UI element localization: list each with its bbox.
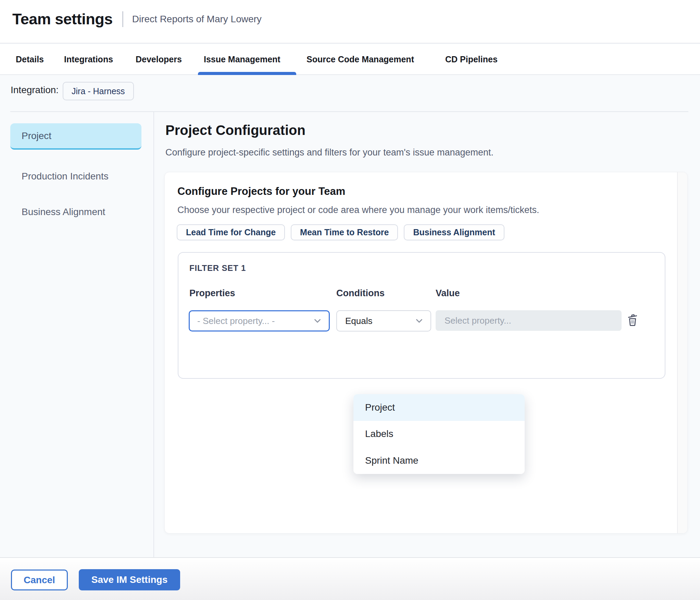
- tab-details[interactable]: Details: [16, 44, 44, 74]
- title-separator: [122, 11, 123, 27]
- chip-business-alignment[interactable]: Business Alignment: [404, 224, 504, 240]
- integration-chip[interactable]: Jira - Harness: [63, 82, 134, 100]
- chip-lead-time-for-change[interactable]: Lead Time for Change: [177, 224, 285, 240]
- tab-source-code-management[interactable]: Source Code Management: [307, 44, 414, 74]
- integration-label: Integration:: [11, 85, 59, 96]
- content-area: Project Production Incidents Business Al…: [0, 112, 700, 557]
- filter-set-card: FILTER SET 1 Properties Conditions Value…: [178, 252, 665, 379]
- sidebar-item-production-incidents[interactable]: Production Incidents: [22, 171, 109, 182]
- chip-mean-time-to-restore[interactable]: Mean Time to Restore: [291, 224, 398, 240]
- section-subtitle: Configure project-specific settings and …: [165, 147, 493, 158]
- filter-set-title: FILTER SET 1: [189, 263, 246, 273]
- value-column-label: Value: [436, 288, 460, 299]
- cancel-button[interactable]: Cancel: [11, 570, 68, 590]
- card-title: Configure Projects for your Team: [177, 185, 345, 198]
- dropdown-option-sprint-name[interactable]: Sprint Name: [353, 447, 525, 474]
- configure-projects-card: Configure Projects for your Team Choose …: [164, 172, 688, 534]
- chevron-down-icon: [414, 316, 424, 326]
- card-scrollbar-track[interactable]: [677, 172, 687, 533]
- property-dropdown: Project Labels Sprint Name: [353, 394, 525, 474]
- page-subtitle: Direct Reports of Mary Lowery: [132, 14, 262, 25]
- sidebar-item-project[interactable]: Project: [10, 123, 141, 150]
- tab-issue-management[interactable]: Issue Management: [204, 44, 280, 74]
- tab-developers[interactable]: Developers: [136, 44, 182, 74]
- condition-select[interactable]: Equals: [336, 310, 431, 332]
- tab-cd-pipelines[interactable]: CD Pipelines: [445, 44, 498, 74]
- page-header: Team settings Direct Reports of Mary Low…: [0, 0, 700, 43]
- value-input[interactable]: [436, 310, 622, 331]
- sidebar-divider: [153, 112, 154, 557]
- dropdown-option-project[interactable]: Project: [353, 394, 525, 421]
- save-im-settings-button[interactable]: Save IM Settings: [79, 569, 180, 590]
- integration-row: Integration: Jira - Harness: [0, 76, 700, 112]
- card-subtitle: Choose your respective project or code a…: [177, 205, 539, 215]
- footer-bar: Cancel Save IM Settings: [0, 557, 700, 600]
- metric-chip-row: Lead Time for Change Mean Time to Restor…: [177, 224, 504, 240]
- trash-icon: [625, 313, 640, 329]
- condition-select-value: Equals: [345, 316, 373, 326]
- property-select[interactable]: - Select property... -: [189, 310, 330, 332]
- tab-integrations[interactable]: Integrations: [64, 44, 113, 74]
- chevron-down-icon: [312, 316, 323, 326]
- dropdown-option-labels[interactable]: Labels: [353, 421, 525, 448]
- sidebar-item-business-alignment[interactable]: Business Alignment: [22, 207, 105, 217]
- property-select-placeholder: - Select property... -: [197, 316, 275, 326]
- delete-filter-button[interactable]: [624, 312, 641, 329]
- section-title: Project Configuration: [165, 123, 305, 138]
- tab-bar: Details Integrations Developers Issue Ma…: [0, 44, 700, 75]
- active-tab-indicator: [198, 72, 296, 75]
- page-title: Team settings: [12, 10, 113, 28]
- conditions-column-label: Conditions: [336, 288, 385, 299]
- properties-column-label: Properties: [189, 288, 235, 299]
